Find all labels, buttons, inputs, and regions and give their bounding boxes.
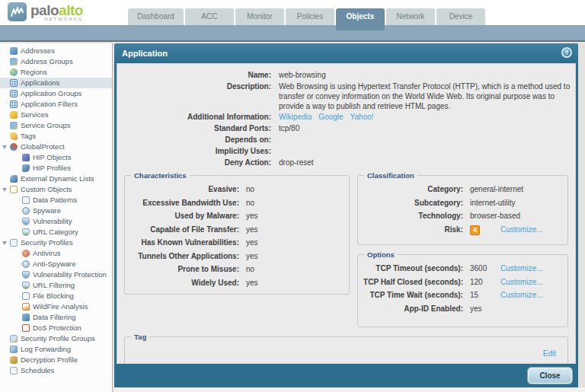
sidebar-item-label: Custom Objects xyxy=(21,185,72,193)
hip-objects-icon xyxy=(22,154,30,161)
sidebar-item-hip-profiles[interactable]: HIP Profiles xyxy=(0,163,112,174)
paloalto-logo-icon xyxy=(8,2,27,21)
sidebar-item-application-groups[interactable]: Application Groups xyxy=(0,88,112,99)
close-button[interactable]: Close xyxy=(528,368,572,384)
collapse-arrow-icon[interactable] xyxy=(2,188,7,192)
services-icon xyxy=(10,111,18,119)
sidebar-item-address-groups[interactable]: Address Groups xyxy=(0,56,112,67)
sidebar-item-data-filtering[interactable]: Data Filtering xyxy=(0,312,112,323)
sidebar-item-url-category[interactable]: URL Category xyxy=(0,227,112,237)
sidebar-item-spyware[interactable]: Spyware xyxy=(0,206,112,216)
risk-label: Risk: xyxy=(358,223,463,237)
help-icon[interactable] xyxy=(561,47,572,58)
sidebar-item-file-blocking[interactable]: File Blocking xyxy=(0,291,112,301)
options-legend: Options xyxy=(364,250,398,259)
sidebar-item-log-forwarding[interactable]: Log Forwarding xyxy=(0,344,112,355)
prone-to-misuse-value: no xyxy=(246,263,254,276)
sidebar-item-label: External Dynamic Lists xyxy=(21,174,94,183)
sidebar-item-tags[interactable]: Tags xyxy=(0,131,112,142)
sidebar-item-services[interactable]: Services xyxy=(0,110,112,120)
evasive-label: Evasive: xyxy=(125,183,239,196)
sidebar-item-addresses[interactable]: Addresses xyxy=(0,46,112,56)
tab-acc[interactable]: ACC xyxy=(185,8,234,25)
sidebar-item-security-profile-groups[interactable]: Security Profile Groups xyxy=(0,333,112,344)
sidebar-item-globalprotect[interactable]: GlobalProtect xyxy=(0,142,112,152)
tcp-timeout-customize-link[interactable]: Customize... xyxy=(500,262,543,276)
dos-protection-icon xyxy=(22,324,30,332)
sidebar-item-label: Application Filters xyxy=(21,100,78,108)
sidebar-item-vulnerability[interactable]: Vulnerability xyxy=(0,216,112,227)
classification-row: Category:general-internet xyxy=(358,183,567,196)
classification-legend: Classification xyxy=(364,171,417,180)
field-row-name: Name: web-browsing xyxy=(117,69,575,81)
field-row-additional-information: Additional Information: WikipediaGoogleY… xyxy=(117,111,575,123)
tab-network[interactable]: Network xyxy=(386,8,435,25)
sidebar-item-schedules[interactable]: Schedules xyxy=(0,365,112,376)
collapse-arrow-icon[interactable] xyxy=(2,145,7,149)
sidebar-item-security-profiles[interactable]: Security Profiles xyxy=(0,237,112,248)
sidebar-item-wildfire-analysis[interactable]: WildFire Analysis xyxy=(0,301,112,312)
sidebar-item-label: Decryption Profile xyxy=(21,355,78,364)
characteristic-row: Capable of File Transfer:yes xyxy=(125,223,349,237)
tcp-half-closed-label: TCP Half Closed (seconds): xyxy=(358,276,463,289)
sidebar-item-antivirus[interactable]: Antivirus xyxy=(0,248,112,259)
risk-badge: 4 xyxy=(470,225,480,235)
standard-ports-label: Standard Ports: xyxy=(117,123,279,134)
paloalto-logo: paloalto NETWORKS xyxy=(8,2,83,21)
tab-policies[interactable]: Policies xyxy=(286,8,334,25)
applications-grid-icon xyxy=(10,79,18,87)
sidebar-item-label: Vulnerability Protection xyxy=(33,270,107,279)
widely-used-label: Widely Used: xyxy=(125,276,239,290)
tag-fieldset: Tag Edit xyxy=(124,336,568,364)
tab-dashboard[interactable]: Dashboard xyxy=(128,8,184,25)
tab-device[interactable]: Device xyxy=(436,8,485,25)
classification-row: Technology:browser-based xyxy=(358,209,567,223)
file-blocking-icon xyxy=(22,292,30,300)
sidebar-item-data-patterns[interactable]: Data Patterns xyxy=(0,195,112,206)
name-label: Name: xyxy=(117,69,279,81)
logo-word-palo: palo xyxy=(30,2,59,18)
option-row: TCP Half Closed (seconds):120Customize..… xyxy=(358,276,567,289)
sidebar-item-service-groups[interactable]: Service Groups xyxy=(0,120,112,131)
google-link[interactable]: Google xyxy=(318,113,343,121)
description-value: Web Browsing is using Hypertext Transfer… xyxy=(279,81,575,111)
sidebar-item-url-filtering[interactable]: URL Filtering xyxy=(0,280,112,291)
sidebar-item-regions[interactable]: Regions xyxy=(0,67,112,78)
data-patterns-icon xyxy=(22,196,30,204)
anti-spyware-icon xyxy=(22,260,30,268)
yahoo-link[interactable]: Yahoo! xyxy=(350,113,374,121)
dialog-body: Name: web-browsing Description: Web Brow… xyxy=(117,63,576,364)
additional-information-label: Additional Information: xyxy=(117,111,279,123)
collapse-arrow-icon[interactable] xyxy=(2,241,7,245)
tcp-half-closed-customize-link[interactable]: Customize... xyxy=(500,276,543,289)
sidebar-item-external-dynamic-lists[interactable]: External Dynamic Lists xyxy=(0,174,112,184)
tcp-timeout-label: TCP Timeout (seconds): xyxy=(358,262,463,276)
known-vulnerabilities-label: Has Known Vulnerabilities: xyxy=(125,236,239,250)
classification-options-column: Classification Category:general-internet… xyxy=(357,175,568,327)
risk-customize-link[interactable]: Customize... xyxy=(500,223,543,237)
excessive-bandwidth-label: Excessive Bandwidth Use: xyxy=(125,196,239,210)
field-row-depends-on: Depends on: xyxy=(117,134,575,145)
sidebar-item-label: DoS Protection xyxy=(33,323,82,332)
tab-monitor[interactable]: Monitor xyxy=(235,8,284,25)
security-profile-groups-icon xyxy=(10,335,18,343)
sidebar-item-label: HIP Objects xyxy=(33,153,72,161)
vulnerability-protection-icon xyxy=(22,271,30,279)
sidebar-item-label: Address Groups xyxy=(21,57,73,65)
wikipedia-link[interactable]: Wikipedia xyxy=(279,113,312,121)
sidebar-item-applications[interactable]: Applications xyxy=(0,78,112,88)
sidebar-item-dos-protection[interactable]: DoS Protection xyxy=(0,323,112,333)
sidebar-item-label: Log Forwarding xyxy=(21,345,71,353)
tcp-time-wait-customize-link[interactable]: Customize... xyxy=(500,288,543,302)
background-page-strip-bottom xyxy=(114,387,585,392)
sidebar-item-application-filters[interactable]: Application Filters xyxy=(0,99,112,110)
sidebar-item-hip-objects[interactable]: HIP Objects xyxy=(0,152,112,163)
tag-legend: Tag xyxy=(131,333,149,341)
sidebar-item-vulnerability-protection[interactable]: Vulnerability Protection xyxy=(0,269,112,280)
sidebar-item-custom-objects[interactable]: Custom Objects xyxy=(0,184,112,195)
tab-objects[interactable]: Objects xyxy=(336,8,385,30)
security-profiles-icon xyxy=(10,239,18,247)
sidebar-item-anti-spyware[interactable]: Anti-Spyware xyxy=(0,259,112,269)
sidebar-item-decryption-profile[interactable]: Decryption Profile xyxy=(0,355,112,365)
tag-edit-link[interactable]: Edit xyxy=(543,349,556,358)
